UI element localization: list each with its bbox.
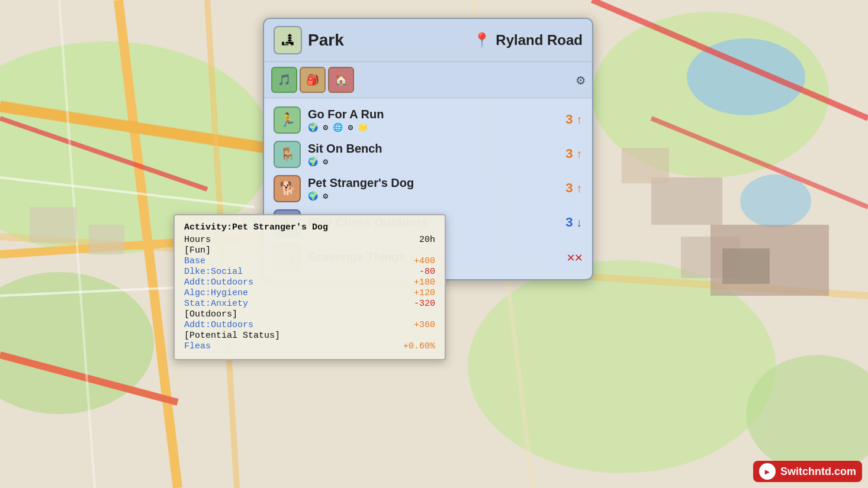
activity-thumb-bench: 🪑 [274, 141, 301, 168]
tooltip-label-social: Dlke:Social [184, 267, 243, 277]
nintendo-text: Switchntd.com [780, 466, 856, 478]
tooltip-value-hours: 20h [419, 235, 435, 245]
tooltip-row-outdoors2: Addt:Outdoors +360 [184, 320, 435, 330]
nintendo-logo: ▶ [759, 463, 776, 480]
tooltip-row-fleas: Fleas +0.60% [184, 341, 435, 351]
activity-score-dog: 3 ↑ [565, 182, 583, 196]
tooltip-row-social: Dlke:Social -80 [184, 267, 435, 277]
tooltip-label-base: Base [184, 256, 205, 266]
tooltip-label-fleas: Fleas [184, 341, 211, 351]
activity-score-scavenge: ✕✕ [567, 250, 583, 266]
activity-info-run: Go For A Run 🌍 ⚙ 🌐 ⚙ 🌟 [308, 108, 558, 132]
panel-title-left: 🏞 Park [274, 26, 344, 54]
activity-thumb-run: 🏃 [274, 106, 301, 134]
tooltip-section-outdoors: [Outdoors] [184, 309, 237, 319]
tooltip-label-hygiene: Algc:Hygiene [184, 288, 248, 298]
activity-score-run: 3 ↑ [565, 113, 583, 128]
tooltip-row-hours: Hours 20h [184, 235, 435, 245]
tooltip-value-hygiene: +120 [414, 288, 435, 298]
activity-icons-dog: 🌍 ⚙ [308, 191, 558, 201]
tooltip-value-fleas: +0.60% [403, 341, 435, 351]
tooltip-title: Activity:Pet Stranger's Dog [184, 222, 435, 232]
tooltip-row-potential-section: [Potential Status] [184, 331, 435, 341]
svg-rect-24 [651, 177, 722, 225]
filter-icon[interactable]: ⚙️ [577, 72, 585, 89]
park-icon: 🏞 [274, 26, 302, 54]
activity-thumb-dog: 🐕 [274, 175, 301, 202]
activity-item[interactable]: 🏃 Go For A Run 🌍 ⚙ 🌐 ⚙ 🌟 3 ↑ [264, 103, 592, 137]
tooltip-section-potential: [Potential Status] [184, 331, 280, 341]
tooltip-panel: Activity:Pet Stranger's Dog Hours 20h [F… [173, 214, 446, 360]
location-pin-icon: 📍 [473, 32, 491, 49]
activity-name-bench: Sit On Bench [308, 142, 558, 156]
tooltip-row-fun-section: [Fun] [184, 245, 435, 256]
svg-rect-23 [89, 225, 124, 254]
activity-info-dog: Pet Stranger's Dog 🌍 ⚙ [308, 176, 558, 201]
svg-rect-22 [30, 207, 77, 243]
activity-item[interactable]: 🐕 Pet Stranger's Dog 🌍 ⚙ 3 ↑ [264, 172, 592, 206]
tooltip-row-hygiene: Algc:Hygiene +120 [184, 288, 435, 298]
panel-title-right: 📍 Ryland Road [473, 32, 583, 49]
tooltip-value-outdoors2: +360 [414, 320, 435, 330]
tooltip-value-base: +400 [414, 256, 435, 266]
activity-icons-run: 🌍 ⚙ 🌐 ⚙ 🌟 [308, 122, 558, 132]
activity-item[interactable]: 🪑 Sit On Bench 🌍 ⚙ 3 ↑ [264, 137, 592, 172]
tab-house[interactable]: 🏠 [328, 67, 354, 93]
tab-activities[interactable]: 🎵 [271, 67, 297, 93]
tooltip-section-fun: [Fun] [184, 245, 211, 256]
panel-title: Park [308, 31, 344, 50]
svg-point-7 [740, 174, 811, 228]
tab-bar: 🎵 🎒 🏠 ⚙️ [264, 62, 592, 98]
activity-name-dog: Pet Stranger's Dog [308, 176, 558, 190]
tooltip-value-anxiety: -320 [414, 299, 435, 309]
tooltip-value-outdoors1: +180 [414, 277, 435, 287]
tooltip-row-outdoors1: Addt:Outdoors +180 [184, 277, 435, 287]
tooltip-row-outdoors-section: [Outdoors] [184, 309, 435, 319]
activity-name-run: Go For A Run [308, 108, 558, 121]
tab-bag[interactable]: 🎒 [300, 67, 326, 93]
tooltip-row-anxiety: Stat:Anxiety -320 [184, 299, 435, 309]
activity-score-bench: 3 ↑ [565, 147, 583, 162]
svg-rect-26 [622, 148, 669, 183]
tooltip-row-base: Base +400 [184, 256, 435, 266]
tooltip-label-hours: Hours [184, 235, 211, 245]
nintendo-badge: ▶ Switchntd.com [753, 461, 862, 482]
tooltip-value-social: -80 [419, 267, 435, 277]
tooltip-label-anxiety: Stat:Anxiety [184, 299, 248, 309]
panel-location: Ryland Road [496, 32, 583, 49]
activity-icons-bench: 🌍 ⚙ [308, 157, 558, 167]
activity-score-chess: 3 ↓ [565, 216, 583, 231]
activity-info-bench: Sit On Bench 🌍 ⚙ [308, 142, 558, 167]
tooltip-label-outdoors2: Addt:Outdoors [184, 320, 253, 330]
svg-rect-28 [722, 248, 770, 284]
panel-header: 🏞 Park 📍 Ryland Road [264, 19, 592, 62]
tooltip-label-outdoors1: Addt:Outdoors [184, 277, 253, 287]
